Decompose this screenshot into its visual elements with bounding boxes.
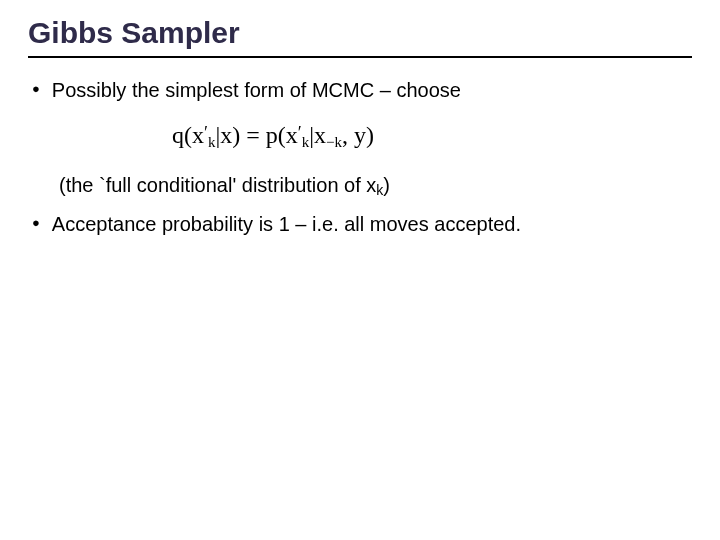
sym-eq: =	[240, 122, 266, 148]
slide-title: Gibbs Sampler	[28, 16, 692, 50]
slide: Gibbs Sampler ● Possibly the simplest fo…	[0, 0, 720, 540]
bullet-item-1: ● Possibly the simplest form of MCMC – c…	[32, 78, 692, 102]
sym-p: p	[266, 122, 278, 148]
formula-block: q(x′k|x) = p(x′k|x−k, y)	[32, 122, 692, 151]
formula: q(x′k|x) = p(x′k|x−k, y)	[172, 122, 374, 148]
cont-post: )	[383, 174, 390, 196]
sym-x2: x	[286, 122, 298, 148]
sym-y: y	[354, 122, 366, 148]
sym-x1: x	[192, 122, 204, 148]
bullet-text-1: Possibly the simplest form of MCMC – cho…	[52, 78, 461, 102]
slide-body: ● Possibly the simplest form of MCMC – c…	[28, 68, 692, 242]
cont-pre: (the `full conditional' distribution of …	[59, 174, 376, 196]
bullet-icon: ●	[32, 212, 40, 234]
title-underline	[28, 56, 692, 58]
bullet-item-2: ● Acceptance probability is 1 – i.e. all…	[32, 212, 692, 236]
sym-comma: ,	[342, 122, 354, 148]
sym-xm: x	[314, 122, 326, 148]
bullet-icon: ●	[32, 78, 40, 100]
sym-q: q	[172, 122, 184, 148]
sym-xg: x	[220, 122, 232, 148]
sym-mk: −k	[326, 134, 342, 150]
sym-lp1: (	[184, 122, 192, 148]
bullet-1-continuation: (the `full conditional' distribution of …	[32, 173, 692, 202]
sym-lp2: (	[278, 122, 286, 148]
bullet-text-2: Acceptance probability is 1 – i.e. all m…	[52, 212, 521, 236]
sym-rp2: )	[366, 122, 374, 148]
